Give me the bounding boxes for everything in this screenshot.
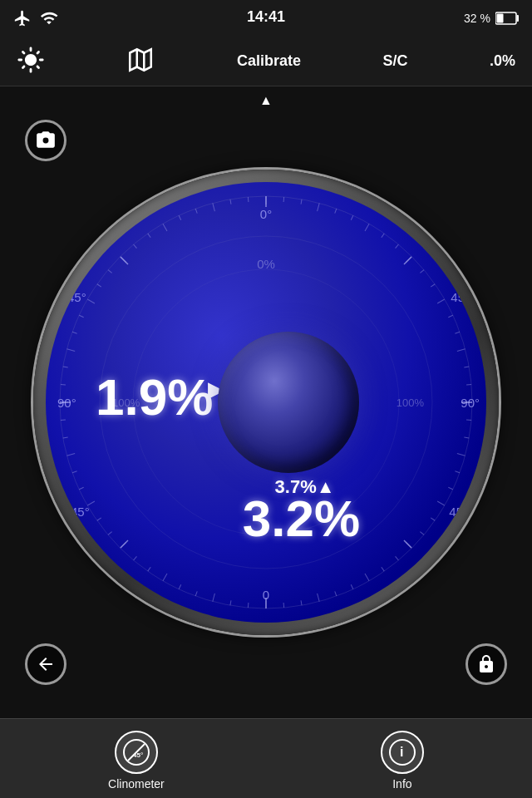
svg-line-63: [97, 518, 101, 520]
svg-line-71: [61, 384, 66, 385]
back-icon: [36, 654, 56, 674]
svg-line-25: [406, 257, 411, 263]
status-left: [13, 9, 58, 27]
svg-line-46: [365, 574, 369, 581]
svg-rect-2: [497, 14, 504, 23]
svg-line-74: [72, 332, 77, 333]
main-display: ▲: [0, 86, 532, 718]
svg-line-28: [437, 299, 445, 303]
svg-line-73: [66, 349, 75, 352]
svg-text:i: i: [400, 745, 403, 759]
svg-line-54: [230, 600, 231, 605]
percent-button[interactable]: .0%: [490, 52, 515, 70]
svg-line-27: [431, 284, 435, 287]
back-button[interactable]: [25, 643, 66, 685]
svg-line-48: [335, 591, 337, 596]
calibrate-label: Calibrate: [237, 52, 301, 69]
svg-line-82: [163, 224, 167, 231]
svg-rect-1: [517, 15, 520, 22]
svg-line-58: [163, 574, 167, 581]
camera-button[interactable]: [25, 120, 66, 161]
svg-line-24: [396, 244, 399, 249]
map-button[interactable]: [126, 46, 155, 77]
svg-line-78: [108, 270, 112, 273]
info-tab-label: Info: [392, 777, 411, 791]
svg-line-39: [448, 487, 452, 490]
svg-line-23: [382, 234, 384, 238]
degree-top: 0°: [260, 207, 272, 221]
clinometer-icon: 45°: [121, 737, 151, 767]
map-icon: [126, 46, 155, 74]
svg-line-40: [437, 501, 445, 505]
svg-line-17: [283, 197, 284, 202]
status-bar: 14:41 32 %: [0, 0, 532, 37]
degree-bottom: 0: [263, 588, 269, 602]
sc-button[interactable]: S/C: [382, 52, 407, 70]
svg-line-53: [248, 603, 249, 608]
degree-left-45: 45°: [67, 290, 86, 304]
svg-line-61: [121, 542, 126, 548]
wifi-icon: [40, 9, 58, 27]
svg-line-87: [248, 197, 249, 202]
svg-line-55: [213, 594, 215, 602]
svg-line-21: [351, 215, 353, 219]
degree-bottom-left-45: 45°: [71, 505, 90, 519]
battery-icon: [495, 12, 519, 25]
svg-line-30: [455, 332, 460, 333]
svg-line-57: [179, 584, 181, 589]
compass-dial: 0° 45° 45° 90° 90° 45° 45° 0 0% 100% 100…: [33, 170, 499, 635]
airplane-icon: [13, 9, 32, 27]
svg-line-41: [431, 518, 435, 520]
svg-line-43: [406, 542, 411, 548]
svg-line-65: [79, 487, 83, 490]
status-time: 14:41: [247, 8, 285, 26]
settings-button[interactable]: [17, 46, 45, 77]
calibrate-button[interactable]: Calibrate: [237, 52, 301, 70]
bubble-sphere: [218, 332, 359, 473]
svg-line-49: [318, 594, 320, 602]
tab-clinometer[interactable]: 45° Clinometer: [83, 724, 190, 797]
degree-right-45: 45°: [451, 290, 470, 304]
svg-line-37: [457, 454, 466, 456]
svg-line-35: [466, 420, 471, 421]
svg-line-68: [63, 437, 68, 438]
svg-line-31: [457, 349, 466, 352]
svg-line-42: [420, 532, 424, 535]
info-tab-icon: i: [381, 731, 424, 774]
svg-line-19: [318, 203, 320, 211]
tab-bar: 45° Clinometer i Info: [0, 718, 532, 798]
svg-line-51: [283, 603, 284, 608]
svg-line-29: [448, 315, 452, 318]
lock-icon: [476, 654, 496, 674]
svg-line-69: [61, 420, 66, 421]
svg-line-36: [464, 437, 469, 438]
left-reading-value: 1.9%: [96, 372, 213, 423]
clinometer-tab-icon: 45°: [115, 731, 158, 774]
status-right: 32 %: [464, 12, 519, 25]
svg-line-47: [351, 584, 353, 589]
lock-button[interactable]: [466, 643, 507, 685]
svg-line-75: [79, 315, 83, 318]
clinometer-tab-label: Clinometer: [108, 777, 165, 791]
left-reading: 1.9%: [96, 372, 213, 423]
bottom-reading: 3.2%: [243, 489, 360, 548]
camera-icon: [35, 130, 57, 151]
svg-line-85: [213, 203, 215, 211]
svg-line-80: [134, 244, 137, 249]
svg-line-84: [195, 209, 197, 214]
compass-face: 0° 45° 45° 90° 90° 45° 45° 0 0% 100% 100…: [46, 182, 486, 623]
battery-percent: 32 %: [464, 12, 490, 25]
svg-line-72: [63, 367, 68, 367]
svg-line-76: [87, 299, 95, 303]
svg-line-56: [195, 591, 197, 596]
degree-right-90: 90°: [461, 396, 480, 410]
degree-bottom-right-45: 45°: [449, 505, 468, 519]
pct-right: 100%: [397, 397, 424, 409]
svg-line-50: [301, 600, 302, 605]
svg-line-44: [396, 556, 399, 560]
sc-label: S/C: [382, 52, 407, 69]
svg-line-62: [108, 532, 112, 535]
info-icon: i: [387, 737, 417, 767]
level-sphere: [214, 328, 363, 477]
tab-info[interactable]: i Info: [356, 724, 449, 797]
